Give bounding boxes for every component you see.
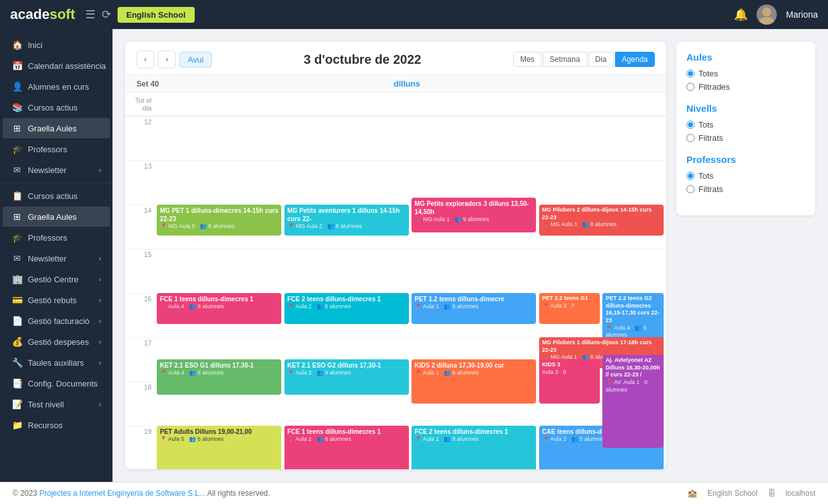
sidebar-item-graella-aules-1[interactable]: ⊞ Graella Aules <box>3 118 110 138</box>
professors-radio-tots[interactable] <box>686 172 695 180</box>
professors-label-tots: Tots <box>698 171 714 181</box>
sidebar-label-test: Test nivell <box>28 400 64 409</box>
aules-option-filtrades[interactable]: Filtrades <box>686 82 805 92</box>
nivells-radio-tots[interactable] <box>686 121 695 129</box>
event-kids2[interactable]: KIDS 2 dilluns 17,30-19,00 cur 📍 Aula 1 … <box>411 359 536 404</box>
sidebar-item-inici[interactable]: 🏠 Inici <box>3 35 110 55</box>
sidebar-item-professors-1[interactable]: 🎓 Professors <box>3 139 110 159</box>
sidebar-item-test-nivell[interactable]: 📝 Test nivell › <box>3 394 110 414</box>
hour-line-15 <box>157 249 666 293</box>
sidebar-item-cursos-actius-2[interactable]: 📋 Cursos actius <box>3 186 110 206</box>
event-petits-aventurers[interactable]: MG Petits aventurers 1 dilluns 14-15h cu… <box>284 205 409 236</box>
config-icon: 📑 <box>11 378 23 388</box>
event-pilobers2[interactable]: MG Pilobers 2 dilluns-dijous 14-15h curs… <box>539 205 664 236</box>
professors-option-filtrats[interactable]: Filtrats <box>686 184 805 194</box>
week-row: Set 40 dilluns <box>125 75 666 93</box>
event-fce1-teens-19[interactable]: FCE 1 teens dilluns-dimecres 1 📍 Aula 2 … <box>284 426 409 469</box>
home-icon: 🏠 <box>11 40 23 50</box>
folder-icon: 📁 <box>11 420 23 430</box>
time-18: 18 <box>125 381 157 426</box>
sidebar-label-recursos: Recursos <box>28 421 63 430</box>
calendar-card: ‹ › Avui 3 d'octubre de 2022 Mes Setmana… <box>125 42 666 469</box>
nivells-option-tots[interactable]: Tots <box>686 120 805 129</box>
sidebar-item-calendari[interactable]: 📅 Calendari assistència <box>3 56 110 76</box>
chevron-icon-2: › <box>99 255 101 262</box>
time-19: 19 <box>125 426 157 469</box>
aules-label-totes: Totes <box>698 69 718 78</box>
sidebar-item-gestio-despeses[interactable]: 💰 Gestió despeses › <box>3 332 110 352</box>
footer-rights: All rights reserved. <box>207 489 270 498</box>
event-kids3[interactable]: KIDS 3 Aula 3 9 <box>539 359 600 404</box>
nivells-option-filtrats[interactable]: Filtrats <box>686 133 805 143</box>
sidebar-label-alumnes: Alumnes en curs <box>28 82 89 92</box>
sidebar-label-gestio-despeses: Gestió despeses <box>28 337 89 347</box>
chevron-icon-8: › <box>99 401 101 408</box>
sidebar-label-graella-1: Graella Aules <box>28 124 76 133</box>
tool-icon: 🔧 <box>11 357 23 368</box>
chevron-icon-6: › <box>99 339 101 345</box>
today-button[interactable]: Avui <box>180 52 212 68</box>
footer-copyright: © 2023 Projectes a Internet Enginyeria d… <box>13 489 270 498</box>
view-semana-button[interactable]: Setmana <box>543 52 587 67</box>
aules-label-filtrades: Filtrades <box>698 82 730 92</box>
school-button[interactable]: English School <box>118 7 195 23</box>
aules-radio-totes[interactable] <box>686 69 695 78</box>
event-pet12-teens[interactable]: PET 1.2 teens dilluns-dimecre 📍 Aula 1 👥… <box>411 293 536 324</box>
sidebar-item-gestio-rebuts[interactable]: 💳 Gestió rebuts › <box>3 290 110 310</box>
sidebar-item-newsletter-1[interactable]: ✉ Newsletter › <box>3 160 110 180</box>
logo: acadesoft <box>10 6 75 23</box>
content-area: ‹ › Avui 3 d'octubre de 2022 Mes Setmana… <box>113 29 828 482</box>
refresh-icon[interactable]: ⟳ <box>102 8 111 21</box>
aules-option-totes[interactable]: Totes <box>686 69 805 78</box>
event-pet22-g2[interactable]: PET 2.2 teens G2 dilluns-dimecres 16,15-… <box>602 293 664 342</box>
event-aj-avlelyonet[interactable]: Aj. Avlelyonet A2 Dilluns 16,30-20,00h /… <box>602 355 664 448</box>
nivells-radio-filtrats[interactable] <box>686 134 695 142</box>
sidebar-item-config-documents[interactable]: 📑 Config. Documents <box>3 373 110 393</box>
footer: © 2023 Projectes a Internet Enginyeria d… <box>0 482 828 504</box>
event-fce1-teens[interactable]: FCE 1 teens dilluns-dimecres 1 📍 Aula 4 … <box>157 293 281 324</box>
professors-label-filtrats: Filtrats <box>698 184 723 194</box>
money-icon: 💰 <box>11 337 23 347</box>
menu-icon[interactable]: ☰ <box>85 8 95 21</box>
view-mes-button[interactable]: Mes <box>513 52 542 67</box>
sidebar-item-professors-2[interactable]: 🎓 Professors <box>3 227 110 248</box>
topnav: acadesoft ☰ ⟳ English School 🔔 Mariona <box>0 0 828 29</box>
bell-icon[interactable]: 🔔 <box>734 8 748 21</box>
topnav-right: 🔔 Mariona <box>734 4 818 25</box>
hour-line-12 <box>157 116 666 160</box>
sidebar-item-alumnes[interactable]: 👤 Alumnes en curs <box>3 76 110 97</box>
sidebar-item-gestio-centre[interactable]: 🏢 Gestió Centre › <box>3 269 110 289</box>
professors-radio-filtrats[interactable] <box>686 185 695 193</box>
event-pet22-g1[interactable]: PET 2.2 teens G1 📍 Aula 3 7 <box>539 293 600 324</box>
building-icon: 🏢 <box>11 274 23 284</box>
professors-option-tots[interactable]: Tots <box>686 171 805 181</box>
all-day-label: Tot el dia <box>125 93 157 116</box>
time-13: 13 <box>125 160 157 205</box>
view-dia-button[interactable]: Dia <box>588 52 614 67</box>
aules-radio-filtrades[interactable] <box>686 83 695 91</box>
logo-acade: acade <box>10 6 49 22</box>
sidebar-item-gestio-facturacio[interactable]: 📄 Gestió facturació › <box>3 311 110 331</box>
prev-button[interactable]: ‹ <box>137 51 154 68</box>
sidebar-item-graella-aules-2[interactable]: ⊞ Graella Aules <box>3 207 110 227</box>
chevron-icon-3: › <box>99 276 101 283</box>
event-ket21-g2[interactable]: KET 2.1 ESO G2 dilluns 17,30-1 📍 Aula 2 … <box>284 359 409 395</box>
invoice-icon: 📄 <box>11 316 23 326</box>
sidebar-item-taules-auxiliars[interactable]: 🔧 Taules auxiliars › <box>3 352 110 373</box>
all-day-row: Tot el dia <box>125 93 666 116</box>
event-petits-exploradors[interactable]: MG Petits exploradors 3 dilluns 13,50-14… <box>411 198 536 232</box>
view-agenda-button[interactable]: Agenda <box>615 52 655 67</box>
event-fce2-teens-19[interactable]: FCE 2 teens dilluns-dimecres 1 📍 Aula 1 … <box>411 426 536 469</box>
sidebar-label-cursos-1: Cursos actius <box>28 103 78 112</box>
cal-grid-container[interactable]: Tot el dia 12 13 14 15 16 17 18 19 <box>125 93 666 469</box>
event-ket21-g1[interactable]: KET 2.1 ESO G1 dilluns 17,30-1 📍 Aula 4 … <box>157 359 281 395</box>
footer-company-link[interactable]: Projectes a Internet Enginyeria de Softw… <box>39 489 205 498</box>
event-pet-adults[interactable]: PET Adults Dilluns 19,00-21,00 📍 Aula 5 … <box>157 426 281 469</box>
sidebar: 🏠 Inici 📅 Calendari assistència 👤 Alumne… <box>0 29 113 482</box>
sidebar-item-recursos[interactable]: 📁 Recursos <box>3 415 110 435</box>
next-button[interactable]: › <box>158 51 176 68</box>
event-mg-pet1[interactable]: MG PET 1 dilluns-dimecres 14-15h curs 22… <box>157 205 281 236</box>
sidebar-item-newsletter-2[interactable]: ✉ Newsletter › <box>3 248 110 268</box>
sidebar-item-cursos-actius-1[interactable]: 📚 Cursos actius <box>3 97 110 117</box>
event-fce2-teens[interactable]: FCE 2 teens dilluns-dimecres 1 📍 Aula 2 … <box>284 293 409 324</box>
